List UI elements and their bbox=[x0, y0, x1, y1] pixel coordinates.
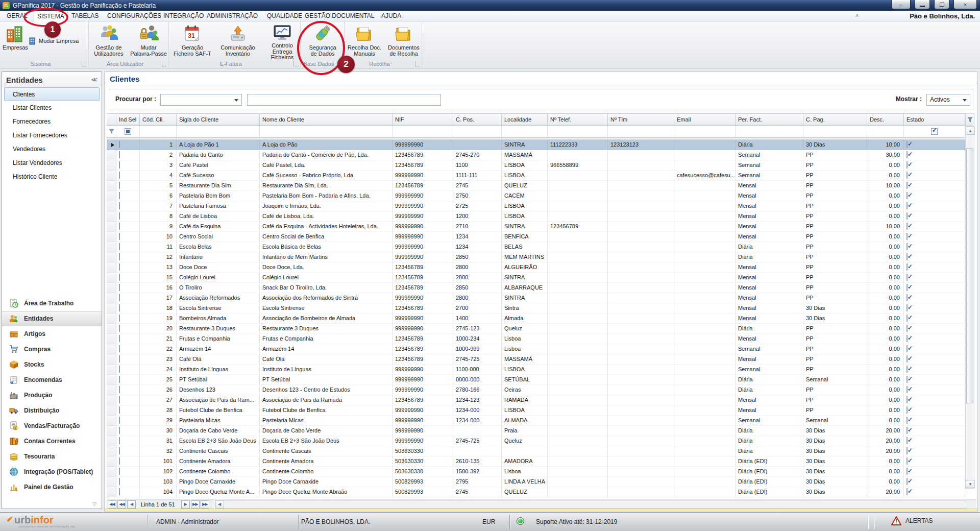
estado-cell[interactable] bbox=[904, 160, 965, 171]
table-row[interactable]: 13Doce DoceDoce Doce, Lda.1234567892800A… bbox=[107, 262, 965, 273]
row-select-cell[interactable] bbox=[116, 283, 140, 293]
estado-checkbox[interactable] bbox=[906, 478, 908, 485]
row-checkbox[interactable] bbox=[119, 141, 120, 148]
estado-filter-checkbox[interactable] bbox=[931, 128, 938, 135]
vertical-scrollbar[interactable]: ▲ ▼ bbox=[965, 113, 974, 498]
row-select-cell[interactable] bbox=[116, 456, 140, 467]
row-checkbox[interactable] bbox=[119, 386, 120, 393]
filter-cell-nif[interactable] bbox=[393, 126, 453, 137]
estado-cell[interactable] bbox=[904, 313, 965, 324]
row-checkbox[interactable] bbox=[119, 478, 120, 485]
dialog-launcher-icon[interactable] bbox=[82, 61, 87, 66]
row-checkbox[interactable] bbox=[119, 366, 120, 373]
row-checkbox[interactable] bbox=[119, 274, 120, 281]
filter-cell-nome[interactable] bbox=[260, 126, 393, 137]
row-select-cell[interactable] bbox=[116, 446, 140, 456]
row-select-cell[interactable] bbox=[116, 303, 140, 313]
nav-item-tesouraria[interactable]: Tesouraria bbox=[2, 449, 102, 464]
filter-cell-sigla[interactable] bbox=[177, 126, 260, 137]
nav-item--rea-de-trabalho[interactable]: Área de Trabalho bbox=[2, 296, 102, 311]
table-row[interactable]: 103Pingo Doce CarnaxidePingo Doce Carnax… bbox=[107, 477, 965, 487]
estado-checkbox[interactable] bbox=[906, 396, 908, 403]
row-select-cell[interactable] bbox=[116, 262, 140, 273]
row-select-cell[interactable] bbox=[116, 467, 140, 477]
filter-cell-perfact[interactable] bbox=[736, 126, 803, 137]
row-select-cell[interactable] bbox=[116, 222, 140, 232]
row-select-cell[interactable] bbox=[116, 232, 140, 242]
row-select-cell[interactable] bbox=[116, 405, 140, 416]
nav-item-painel-de-gest-o[interactable]: Painel de Gestão bbox=[2, 479, 102, 495]
search-field-select[interactable] bbox=[160, 94, 242, 106]
sidebar-item-vendedores[interactable]: Vendedores bbox=[3, 142, 101, 156]
show-filter-select[interactable]: Activos bbox=[926, 94, 970, 106]
estado-checkbox[interactable] bbox=[906, 304, 908, 311]
estado-cell[interactable] bbox=[904, 303, 965, 313]
estado-checkbox[interactable] bbox=[906, 243, 908, 250]
filter-cell-cod[interactable] bbox=[140, 126, 177, 137]
row-checkbox[interactable] bbox=[119, 182, 120, 189]
filter-icon[interactable] bbox=[965, 113, 974, 126]
sidebar-item-listar-clientes[interactable]: Listar Clientes bbox=[3, 101, 101, 115]
row-select-cell[interactable] bbox=[116, 426, 140, 436]
estado-cell[interactable] bbox=[904, 405, 965, 416]
table-row[interactable]: 28Futebol Clube de BenficaFutebol Clube … bbox=[107, 405, 965, 416]
row-checkbox[interactable] bbox=[119, 263, 120, 271]
tab-administra-o[interactable]: ADMINISTRAÇÃO bbox=[204, 11, 261, 21]
pager-prev-button[interactable]: ◀ bbox=[127, 500, 136, 509]
nav-item-encomendas[interactable]: iEncomendas bbox=[2, 372, 102, 388]
sidebar-item-hist-rico-cliente[interactable]: Histórico Cliente bbox=[3, 170, 101, 184]
estado-cell[interactable] bbox=[904, 487, 965, 497]
estado-checkbox[interactable] bbox=[906, 376, 908, 383]
estado-cell[interactable] bbox=[904, 283, 965, 293]
estado-cell[interactable] bbox=[904, 201, 965, 211]
column-header-cod[interactable]: Cód. Cli. bbox=[140, 114, 177, 125]
scrollbar-thumb[interactable] bbox=[966, 148, 973, 403]
table-row[interactable]: 22Armazém 14Armazém 141234567891000-999L… bbox=[107, 344, 965, 354]
table-row[interactable]: 16O TiroliroSnack Bar O Tiroliro, Lda.12… bbox=[107, 283, 965, 293]
tab-integra-o[interactable]: INTEGRAÇÃO bbox=[160, 11, 207, 21]
column-header-indsel[interactable]: Ind Sel bbox=[116, 114, 140, 125]
nav-item-produ-o[interactable]: Produção bbox=[2, 388, 102, 403]
mudar-palavra-passe-button[interactable]: MudarPalavra-Passe bbox=[129, 22, 168, 58]
estado-cell[interactable] bbox=[904, 385, 965, 395]
estado-checkbox[interactable] bbox=[906, 457, 908, 465]
estado-checkbox[interactable] bbox=[906, 488, 908, 495]
row-checkbox[interactable] bbox=[119, 253, 120, 260]
column-header-sigla[interactable]: Sigla do Cliente bbox=[177, 114, 260, 125]
table-row[interactable]: 11Escola BelasEscola Básica de Belas9999… bbox=[107, 242, 965, 252]
row-checkbox[interactable] bbox=[119, 417, 120, 424]
estado-cell[interactable] bbox=[904, 456, 965, 467]
minimize-button[interactable] bbox=[915, 0, 930, 9]
tab-geral[interactable]: GERAL bbox=[4, 11, 31, 21]
column-header-cpos[interactable]: C. Pos. bbox=[453, 114, 502, 125]
recolha-doc-manuais-button[interactable]: Recolha Doc.Manuais bbox=[346, 22, 383, 58]
table-row[interactable]: 12InfantárioInfantário de Mem Martins999… bbox=[107, 252, 965, 262]
estado-cell[interactable] bbox=[904, 467, 965, 477]
pager-prev-page-button[interactable]: ◀◀ bbox=[117, 500, 126, 509]
mudar-empresa-button[interactable]: Mudar Empresa bbox=[29, 37, 79, 45]
table-row[interactable]: 18Escola SintrenseEscola Sintrense123456… bbox=[107, 303, 965, 313]
estado-checkbox[interactable] bbox=[906, 468, 908, 475]
row-select-cell[interactable] bbox=[116, 252, 140, 262]
estado-checkbox[interactable] bbox=[906, 253, 908, 260]
estado-cell[interactable] bbox=[904, 140, 965, 150]
table-row[interactable]: 3Café PastelCafé Pastel, Lda.12345678911… bbox=[107, 160, 965, 171]
estado-checkbox[interactable] bbox=[906, 284, 908, 291]
row-select-cell[interactable] bbox=[116, 324, 140, 334]
row-select-cell[interactable] bbox=[116, 385, 140, 395]
table-row[interactable]: 6Pastelaria Bom BomPastelaria Bom Bom - … bbox=[107, 191, 965, 201]
nav-item-integra-o-pos-tablet-[interactable]: Integração (POS/Tablet) bbox=[2, 464, 102, 479]
sidebar-item-listar-fornecedores[interactable]: Listar Fornecedores bbox=[3, 129, 101, 142]
nav-item-distribui-o[interactable]: Distribuição bbox=[2, 403, 102, 418]
estado-cell[interactable] bbox=[904, 436, 965, 446]
pager-next-button[interactable]: ▶ bbox=[181, 500, 190, 509]
sidebar-overflow-icon[interactable]: ▽ bbox=[92, 501, 96, 507]
row-checkbox[interactable] bbox=[119, 151, 120, 158]
table-row[interactable]: 102Continente ColomboContinente Colombo5… bbox=[107, 467, 965, 477]
ribbon-collapse-icon[interactable]: ˄ bbox=[855, 13, 859, 18]
table-row[interactable]: 10Centro SocialCentro Social de Benfica9… bbox=[107, 232, 965, 242]
filter-cell-desc[interactable] bbox=[867, 126, 904, 137]
estado-cell[interactable] bbox=[904, 334, 965, 344]
select-all-checkbox[interactable] bbox=[125, 128, 131, 135]
estado-checkbox[interactable] bbox=[906, 447, 908, 454]
